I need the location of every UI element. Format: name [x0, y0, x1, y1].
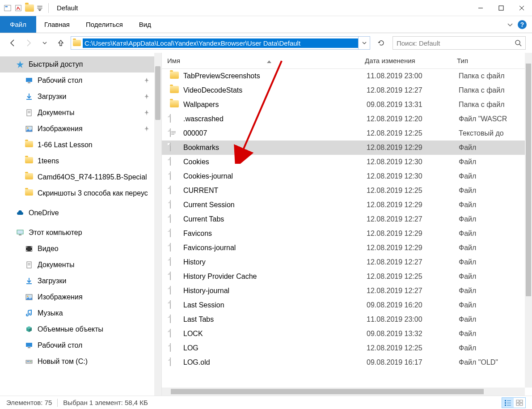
minimize-button[interactable]	[470, 0, 491, 16]
quick-access-item[interactable]: Изображения	[0, 121, 161, 137]
file-row[interactable]: Favicons12.08.2019 12:29Файл	[162, 226, 532, 241]
file-row[interactable]: VideoDecodeStats12.08.2019 12:27Папка с …	[162, 83, 532, 98]
file-icon	[170, 172, 179, 181]
file-row[interactable]: Current Session12.08.2019 12:29Файл	[162, 198, 532, 212]
quick-access-item[interactable]: Документы	[0, 105, 161, 121]
explorer-glyph-icon	[4, 4, 12, 12]
nav-up-button[interactable]	[55, 37, 67, 49]
this-pc-item[interactable]: Видео	[0, 241, 161, 257]
svg-rect-11	[26, 99, 32, 100]
nav-recent-dropdown[interactable]	[38, 37, 51, 49]
address-dropdown-icon[interactable]	[358, 37, 370, 49]
view-thumbnails-button[interactable]	[514, 398, 525, 408]
search-input[interactable]	[397, 39, 515, 47]
file-row[interactable]: TabPreviewScreenshots11.08.2019 23:00Пап…	[162, 69, 532, 83]
sidebar-item-label: Изображения	[38, 293, 83, 301]
content-scrollbar-vertical[interactable]	[525, 53, 532, 388]
file-row[interactable]: Last Tabs11.08.2019 23:00Файл	[162, 312, 532, 327]
refresh-button[interactable]	[374, 36, 389, 50]
svg-point-29	[27, 296, 29, 297]
ribbon-tab-view[interactable]: Вид	[131, 16, 159, 33]
this-pc-header[interactable]: Этот компьютер	[0, 225, 161, 241]
column-date[interactable]: Дата изменения	[365, 57, 457, 64]
file-row[interactable]: Current Tabs12.08.2019 12:27Файл	[162, 212, 532, 226]
ribbon-tab-share[interactable]: Поделиться	[78, 16, 131, 33]
help-button[interactable]: ?	[518, 20, 527, 29]
this-pc-item[interactable]: Документы	[0, 257, 161, 273]
file-row[interactable]: LOG12.08.2019 12:25Файл	[162, 341, 532, 355]
quick-access-item[interactable]: 1teens	[0, 153, 161, 169]
video-icon	[25, 245, 33, 253]
file-date: 11.08.2019 23:00	[367, 72, 459, 80]
quick-access-item[interactable]: Загрузки	[0, 89, 161, 105]
file-row[interactable]: History-journal12.08.2019 12:27Файл	[162, 284, 532, 298]
view-details-button[interactable]	[502, 398, 514, 408]
file-row[interactable]: 00000712.08.2019 12:25Текстовый до	[162, 126, 532, 141]
file-name: LOG	[183, 344, 367, 352]
view-toggle	[502, 397, 526, 408]
address-bar[interactable]: C:\Users\Катя\AppData\Local\Yandex\Yande…	[71, 36, 370, 50]
sidebar-item-label: Новый том (C:)	[38, 358, 88, 366]
file-type: Текстовый до	[459, 129, 532, 137]
search-box[interactable]	[393, 36, 526, 50]
svg-rect-38	[505, 400, 506, 401]
quick-access-header[interactable]: Быстрый доступ	[0, 56, 161, 72]
close-button[interactable]	[511, 0, 532, 16]
file-row[interactable]: Favicons-journal12.08.2019 12:29Файл	[162, 241, 532, 255]
file-name: Last Session	[183, 301, 367, 309]
file-row[interactable]: Cookies-journal12.08.2019 12:30Файл	[162, 169, 532, 183]
this-pc-item[interactable]: Рабочий стол	[0, 337, 161, 354]
sidebar-scrollbar[interactable]	[154, 53, 161, 396]
file-row[interactable]: Cookies12.08.2019 12:30Файл	[162, 155, 532, 169]
column-name[interactable]: Имя	[167, 57, 365, 64]
qat-folder-icon[interactable]	[25, 4, 34, 12]
svg-rect-30	[26, 343, 32, 347]
this-pc-item[interactable]: Объемные объекты	[0, 321, 161, 337]
svg-rect-27	[26, 283, 32, 284]
file-type: Файл	[459, 172, 532, 180]
file-row[interactable]: Last Session09.08.2019 16:20Файл	[162, 298, 532, 312]
file-row[interactable]: History Provider Cache12.08.2019 12:25Фа…	[162, 269, 532, 284]
qat-dropdown-icon[interactable]	[37, 5, 43, 11]
file-type: Файл	[459, 287, 532, 295]
file-row[interactable]: Bookmarks12.08.2019 12:29Файл	[162, 141, 532, 155]
ribbon-expand-icon[interactable]	[507, 21, 513, 28]
svg-rect-43	[507, 405, 511, 405]
quick-access-item[interactable]: Скриншоты 3 способа как переус	[0, 185, 161, 201]
quick-access-item[interactable]: 1-66 Last Lesson	[0, 137, 161, 153]
this-pc-item[interactable]: Музыка	[0, 305, 161, 321]
qat-properties-icon[interactable]	[14, 4, 22, 12]
this-pc-item[interactable]: Изображения	[0, 289, 161, 305]
svg-point-16	[27, 128, 29, 129]
file-row[interactable]: CURRENT12.08.2019 12:25Файл	[162, 183, 532, 198]
nav-forward-button[interactable]	[22, 37, 35, 49]
file-row[interactable]: LOG.old09.08.2019 16:17Файл "OLD"	[162, 355, 532, 370]
file-type: Файл	[459, 187, 532, 195]
quick-access-item[interactable]: Camd64OS_R74-11895.B-Special	[0, 169, 161, 185]
file-type: Файл	[459, 144, 532, 152]
nav-back-button[interactable]	[6, 37, 19, 49]
folder-icon	[25, 173, 33, 181]
sidebar-item-label: Объемные объекты	[38, 325, 103, 333]
documents-icon	[25, 109, 33, 117]
address-path[interactable]: C:\Users\Катя\AppData\Local\Yandex\Yande…	[83, 38, 358, 48]
navigation-pane: Быстрый доступ Рабочий столЗагрузкиДокум…	[0, 53, 162, 396]
search-icon[interactable]	[515, 39, 522, 47]
maximize-button[interactable]	[491, 0, 511, 16]
content-scrollbar-horizontal[interactable]	[162, 388, 525, 396]
file-date: 12.08.2019 12:27	[367, 258, 459, 266]
file-type: Папка с файл	[459, 101, 532, 109]
this-pc-item[interactable]: Загрузки	[0, 273, 161, 289]
file-name: Current Tabs	[183, 215, 367, 223]
ribbon-tab-file[interactable]: Файл	[0, 16, 36, 33]
onedrive-item[interactable]: OneDrive	[0, 205, 161, 221]
ribbon-tab-home[interactable]: Главная	[36, 16, 78, 33]
column-type[interactable]: Тип	[457, 57, 532, 64]
quick-access-item[interactable]: Рабочий стол	[0, 72, 161, 89]
file-row[interactable]: LOCK09.08.2019 13:32Файл	[162, 327, 532, 341]
this-pc-item[interactable]: Новый том (C:)	[0, 354, 161, 370]
file-row[interactable]: History12.08.2019 12:27Файл	[162, 255, 532, 269]
file-row[interactable]: .wascrashed12.08.2019 12:20Файл "WASCR	[162, 112, 532, 126]
svg-rect-1	[5, 6, 8, 7]
file-row[interactable]: Wallpapers09.08.2019 13:31Папка с файл	[162, 98, 532, 112]
